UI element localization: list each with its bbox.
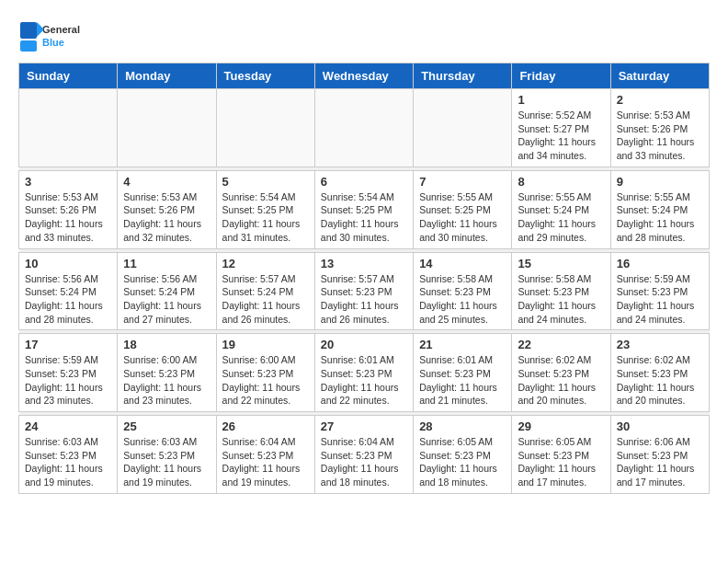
day-info: Sunrise: 6:05 AM Sunset: 5:23 PM Dayligh…	[518, 435, 604, 489]
calendar-week-row: 17Sunrise: 5:59 AM Sunset: 5:23 PM Dayli…	[19, 334, 710, 412]
calendar-day-header: Sunday	[19, 63, 118, 89]
logo-svg: General Blue	[18, 18, 92, 55]
svg-text:General: General	[42, 24, 80, 35]
day-info: Sunrise: 5:58 AM Sunset: 5:23 PM Dayligh…	[518, 272, 604, 327]
calendar-week-row: 3Sunrise: 5:53 AM Sunset: 5:26 PM Daylig…	[19, 170, 710, 248]
day-info: Sunrise: 5:54 AM Sunset: 5:25 PM Dayligh…	[321, 190, 407, 245]
day-info: Sunrise: 5:57 AM Sunset: 5:23 PM Dayligh…	[321, 272, 407, 327]
day-info: Sunrise: 5:53 AM Sunset: 5:26 PM Dayligh…	[25, 190, 111, 245]
svg-rect-4	[20, 40, 37, 52]
day-info: Sunrise: 5:56 AM Sunset: 5:24 PM Dayligh…	[25, 272, 111, 327]
calendar-day-cell	[118, 89, 216, 167]
calendar-day-cell: 22Sunrise: 6:02 AM Sunset: 5:23 PM Dayli…	[512, 334, 610, 412]
day-number: 2	[617, 93, 703, 107]
calendar-day-cell: 6Sunrise: 5:54 AM Sunset: 5:25 PM Daylig…	[314, 170, 413, 248]
day-info: Sunrise: 6:00 AM Sunset: 5:23 PM Dayligh…	[222, 353, 309, 408]
calendar-week-row: 24Sunrise: 6:03 AM Sunset: 5:23 PM Dayli…	[19, 416, 710, 494]
day-info: Sunrise: 5:59 AM Sunset: 5:23 PM Dayligh…	[25, 353, 111, 408]
svg-text:Blue: Blue	[42, 37, 64, 48]
day-number: 20	[321, 338, 407, 351]
calendar-day-cell: 4Sunrise: 5:53 AM Sunset: 5:26 PM Daylig…	[118, 170, 216, 248]
calendar-day-cell: 14Sunrise: 5:58 AM Sunset: 5:23 PM Dayli…	[414, 252, 512, 330]
calendar-day-cell: 24Sunrise: 6:03 AM Sunset: 5:23 PM Dayli…	[19, 416, 118, 494]
day-number: 5	[222, 175, 309, 189]
calendar-day-cell: 20Sunrise: 6:01 AM Sunset: 5:23 PM Dayli…	[314, 334, 413, 412]
calendar-week-row: 1Sunrise: 5:52 AM Sunset: 5:27 PM Daylig…	[19, 89, 710, 167]
day-info: Sunrise: 5:56 AM Sunset: 5:24 PM Dayligh…	[123, 272, 210, 327]
calendar-day-cell: 13Sunrise: 5:57 AM Sunset: 5:23 PM Dayli…	[314, 252, 413, 330]
day-info: Sunrise: 6:03 AM Sunset: 5:23 PM Dayligh…	[25, 435, 111, 489]
day-info: Sunrise: 5:57 AM Sunset: 5:24 PM Dayligh…	[222, 272, 309, 327]
calendar-day-header: Saturday	[610, 63, 709, 89]
day-number: 29	[518, 419, 604, 433]
calendar-day-cell: 8Sunrise: 5:55 AM Sunset: 5:24 PM Daylig…	[512, 170, 610, 248]
svg-rect-3	[20, 22, 37, 39]
day-number: 27	[321, 419, 407, 433]
calendar-day-cell: 30Sunrise: 6:06 AM Sunset: 5:23 PM Dayli…	[610, 416, 709, 494]
logo: General Blue	[18, 18, 92, 55]
day-info: Sunrise: 6:05 AM Sunset: 5:23 PM Dayligh…	[419, 435, 506, 489]
day-info: Sunrise: 6:02 AM Sunset: 5:23 PM Dayligh…	[617, 353, 703, 408]
day-info: Sunrise: 6:06 AM Sunset: 5:23 PM Dayligh…	[617, 435, 703, 489]
day-number: 21	[419, 338, 506, 351]
calendar-day-header: Thursday	[414, 63, 512, 89]
calendar-day-cell	[414, 89, 512, 167]
day-number: 14	[419, 257, 506, 270]
calendar-day-cell: 5Sunrise: 5:54 AM Sunset: 5:25 PM Daylig…	[216, 170, 314, 248]
calendar-day-cell: 19Sunrise: 6:00 AM Sunset: 5:23 PM Dayli…	[216, 334, 314, 412]
calendar-day-header: Tuesday	[216, 63, 314, 89]
day-number: 13	[321, 257, 407, 270]
day-number: 28	[419, 419, 506, 433]
calendar-day-header: Wednesday	[314, 63, 413, 89]
calendar-day-cell: 18Sunrise: 6:00 AM Sunset: 5:23 PM Dayli…	[118, 334, 216, 412]
calendar-day-cell: 17Sunrise: 5:59 AM Sunset: 5:23 PM Dayli…	[19, 334, 118, 412]
day-number: 7	[419, 175, 506, 189]
day-info: Sunrise: 5:55 AM Sunset: 5:25 PM Dayligh…	[419, 190, 506, 245]
calendar-day-cell: 1Sunrise: 5:52 AM Sunset: 5:27 PM Daylig…	[512, 89, 610, 167]
calendar-day-cell: 28Sunrise: 6:05 AM Sunset: 5:23 PM Dayli…	[414, 416, 512, 494]
day-number: 6	[321, 175, 407, 189]
day-info: Sunrise: 6:03 AM Sunset: 5:23 PM Dayligh…	[123, 435, 210, 489]
calendar-day-cell: 15Sunrise: 5:58 AM Sunset: 5:23 PM Dayli…	[512, 252, 610, 330]
calendar-day-header: Friday	[512, 63, 610, 89]
day-info: Sunrise: 5:55 AM Sunset: 5:24 PM Dayligh…	[617, 190, 703, 245]
day-number: 9	[617, 175, 703, 189]
calendar-day-cell	[314, 89, 413, 167]
day-info: Sunrise: 5:53 AM Sunset: 5:26 PM Dayligh…	[123, 190, 210, 245]
day-info: Sunrise: 5:55 AM Sunset: 5:24 PM Dayligh…	[518, 190, 604, 245]
calendar-day-cell: 9Sunrise: 5:55 AM Sunset: 5:24 PM Daylig…	[610, 170, 709, 248]
day-info: Sunrise: 6:01 AM Sunset: 5:23 PM Dayligh…	[321, 353, 407, 408]
calendar-day-cell: 25Sunrise: 6:03 AM Sunset: 5:23 PM Dayli…	[118, 416, 216, 494]
day-number: 12	[222, 257, 309, 270]
day-info: Sunrise: 5:58 AM Sunset: 5:23 PM Dayligh…	[419, 272, 506, 327]
day-info: Sunrise: 5:59 AM Sunset: 5:23 PM Dayligh…	[617, 272, 703, 327]
calendar-day-cell: 27Sunrise: 6:04 AM Sunset: 5:23 PM Dayli…	[314, 416, 413, 494]
calendar-day-header: Monday	[118, 63, 216, 89]
day-number: 3	[25, 175, 111, 189]
calendar-day-cell: 7Sunrise: 5:55 AM Sunset: 5:25 PM Daylig…	[414, 170, 512, 248]
day-number: 8	[518, 175, 604, 189]
calendar-day-cell: 21Sunrise: 6:01 AM Sunset: 5:23 PM Dayli…	[414, 334, 512, 412]
day-number: 19	[222, 338, 309, 351]
calendar-day-cell	[19, 89, 118, 167]
day-number: 15	[518, 257, 604, 270]
day-number: 23	[617, 338, 703, 351]
day-number: 11	[123, 257, 210, 270]
day-info: Sunrise: 6:04 AM Sunset: 5:23 PM Dayligh…	[222, 435, 309, 489]
day-info: Sunrise: 6:01 AM Sunset: 5:23 PM Dayligh…	[419, 353, 506, 408]
day-number: 18	[123, 338, 210, 351]
day-number: 1	[518, 93, 604, 107]
calendar-day-cell: 16Sunrise: 5:59 AM Sunset: 5:23 PM Dayli…	[610, 252, 709, 330]
day-number: 30	[617, 419, 703, 433]
day-number: 4	[123, 175, 210, 189]
day-info: Sunrise: 5:54 AM Sunset: 5:25 PM Dayligh…	[222, 190, 309, 245]
day-info: Sunrise: 6:00 AM Sunset: 5:23 PM Dayligh…	[123, 353, 210, 408]
day-info: Sunrise: 6:04 AM Sunset: 5:23 PM Dayligh…	[321, 435, 407, 489]
day-number: 16	[617, 257, 703, 270]
day-number: 25	[123, 419, 210, 433]
day-number: 24	[25, 419, 111, 433]
calendar-day-cell: 10Sunrise: 5:56 AM Sunset: 5:24 PM Dayli…	[19, 252, 118, 330]
day-info: Sunrise: 5:53 AM Sunset: 5:26 PM Dayligh…	[617, 109, 703, 163]
calendar-day-cell: 2Sunrise: 5:53 AM Sunset: 5:26 PM Daylig…	[610, 89, 709, 167]
calendar-day-cell: 12Sunrise: 5:57 AM Sunset: 5:24 PM Dayli…	[216, 252, 314, 330]
